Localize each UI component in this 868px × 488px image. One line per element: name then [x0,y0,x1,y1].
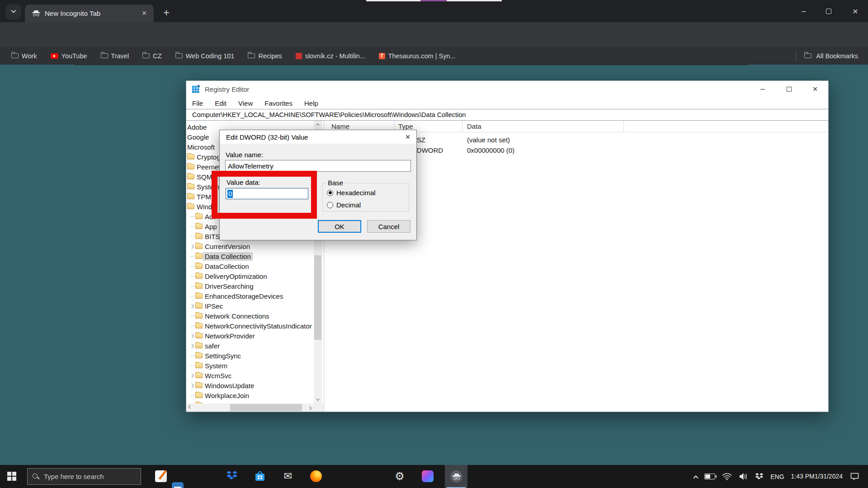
scroll-right-arrow[interactable] [306,404,314,412]
tree-expander-icon[interactable] [189,286,195,286]
cancel-button[interactable]: Cancel [367,220,410,233]
scroll-down-arrow[interactable] [314,395,322,404]
scroll-up-arrow[interactable] [314,121,322,129]
tree-item[interactable]: Data Collection [186,251,313,261]
bookmark-item[interactable]: CZ [142,52,161,60]
clock[interactable]: 1:43 PM 1/31/2024 [791,473,843,480]
tree-expander-icon[interactable] [189,245,195,248]
tree-expander-icon[interactable] [189,334,195,338]
tree-item[interactable]: EnhancedStorageDevices [186,291,313,301]
tree-item[interactable]: IPSec [186,301,313,311]
tree-item[interactable]: WindowsUpdate [186,380,313,390]
incognito-chrome-icon[interactable] [450,470,462,483]
bookmark-item[interactable]: YouTube [51,52,87,60]
menu-item[interactable]: View [238,99,253,107]
tree-expander-icon[interactable] [189,276,195,277]
scrollbar-thumb[interactable] [314,255,321,340]
dropbox-tray-icon[interactable] [755,473,764,481]
tree-item[interactable]: Network Connections [186,311,313,321]
bookmark-item[interactable]: Recipes [248,52,282,60]
column-header-data[interactable]: Data [462,121,624,132]
tree-item[interactable]: System [186,361,313,371]
bookmark-item[interactable]: Thesaurus.com | Syn... [379,52,456,60]
tree-item[interactable]: WSDAPI [186,400,313,404]
folder-icon [195,263,203,269]
menu-item[interactable]: Favorites [264,99,292,107]
scrollbar-thumb[interactable] [230,404,302,411]
regedit-title-bar[interactable]: Registry Editor [186,81,828,97]
tab-search-button[interactable] [5,4,21,19]
tree-expander-icon[interactable] [189,384,195,387]
tab-close-icon[interactable]: × [139,9,149,19]
regedit-close-button[interactable]: × [805,81,826,97]
value-name-field[interactable]: AllowTelemetry [225,160,411,172]
tree-expander-icon[interactable] [189,356,195,356]
bookmark-item[interactable]: Travel [101,52,129,60]
tree-item[interactable]: NetworkProvider [186,331,313,341]
tab-new-incognito[interactable]: New Incognito Tab × [25,5,154,22]
tree-expander-icon[interactable] [189,326,195,326]
tree-expander-icon[interactable] [189,226,195,227]
firefox-icon[interactable] [310,470,322,482]
tree-item[interactable]: WorkplaceJoin [186,390,313,400]
speaker-icon[interactable] [739,473,748,480]
bookmark-item[interactable]: Work [11,52,37,60]
all-bookmarks-button[interactable]: All Bookmarks [796,51,868,61]
menu-item[interactable]: File [192,99,203,107]
hexadecimal-radio[interactable]: Hexadecimal [327,189,376,197]
blue-app-icon[interactable] [172,482,184,488]
tree-item[interactable]: CurrentVersion [186,241,313,251]
tree-item[interactable]: DriverSearching [186,281,313,291]
paint3d-icon[interactable] [422,470,434,482]
tree-expander-icon[interactable] [189,344,195,347]
tree-item[interactable]: safer [186,341,313,351]
dropbox-icon[interactable] [226,470,238,482]
bookmark-item[interactable]: slovnik.cz - Multilin... [296,52,365,60]
hidden-icons-chevron[interactable] [694,475,698,479]
menu-item[interactable]: Edit [215,99,226,107]
tree-item[interactable]: WcmSvc [186,371,313,380]
language-indicator[interactable]: ENG [770,473,784,480]
tree-expander-icon[interactable] [189,305,195,308]
decimal-radio[interactable]: Decimal [327,201,361,209]
regedit-maximize-button[interactable] [778,81,799,97]
battery-icon[interactable] [704,474,715,479]
tree-expander-icon[interactable] [189,236,195,237]
browser-maximize-button[interactable] [818,0,839,22]
settings-icon[interactable]: ⚙ [394,470,406,482]
tree-expander-icon[interactable] [189,296,195,296]
dialog-close-button[interactable]: × [402,131,414,142]
new-tab-button[interactable]: + [159,6,174,20]
wifi-icon[interactable] [722,473,732,480]
start-button[interactable] [7,472,16,481]
tree-item[interactable]: SettingSync [186,351,313,361]
tree-item[interactable]: DataCollection [186,261,313,271]
tree-horizontal-scrollbar[interactable] [186,404,314,412]
tree-item[interactable]: DeliveryOptimization [186,271,313,281]
tree-expander-icon[interactable] [189,395,195,396]
radio-unselected-icon[interactable] [327,202,333,208]
tree-expander-icon[interactable] [189,316,195,316]
tree-expander-icon[interactable] [189,366,195,366]
journal-app-icon[interactable] [155,470,167,482]
action-center-icon[interactable] [849,472,860,481]
store-icon[interactable] [254,470,266,482]
mail-icon[interactable]: ✉ [282,470,294,482]
scroll-left-arrow[interactable] [186,404,194,412]
active-app-slot[interactable] [445,465,467,488]
ok-button[interactable]: OK [318,220,361,233]
taskbar-search[interactable]: Type here to search [27,468,141,485]
tree-expander-icon[interactable] [189,256,195,257]
radio-selected-icon[interactable] [327,190,333,196]
tree-expander-icon[interactable] [189,216,195,217]
tree-item[interactable]: NetworkConnectivityStatusIndicator [186,321,313,331]
tree-expander-icon[interactable] [189,374,195,377]
bookmark-item[interactable]: Web Coding 101 [175,52,235,60]
browser-minimize-button[interactable]: – [793,0,814,22]
registry-path-bar[interactable]: Computer\HKEY_LOCAL_MACHINE\SOFTWARE\Pol… [186,109,828,121]
menu-item[interactable]: Help [304,99,318,107]
tree-expander-icon[interactable] [189,266,195,267]
browser-close-button[interactable]: × [845,0,866,22]
regedit-minimize-button[interactable]: – [752,81,773,97]
dialog-title-bar[interactable]: Edit DWORD (32-bit) Value [220,130,416,144]
